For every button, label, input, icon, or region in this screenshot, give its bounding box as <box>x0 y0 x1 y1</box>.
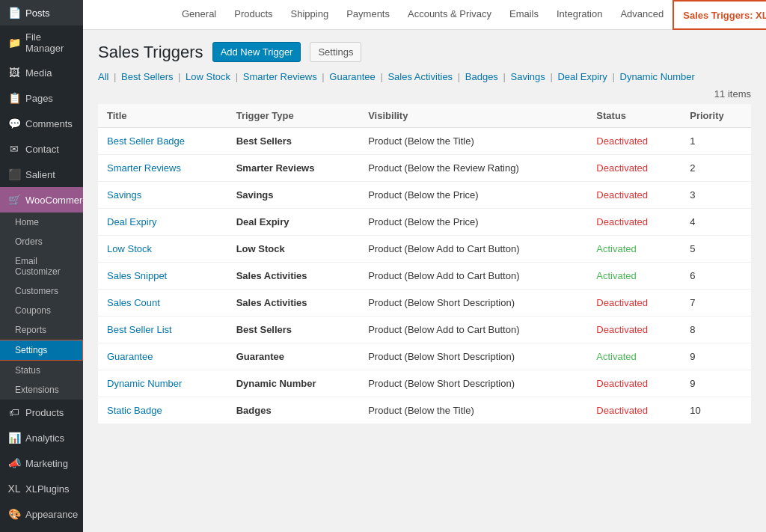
sidebar-item-contact[interactable]: ✉Contact <box>0 136 83 162</box>
trigger-title-link[interactable]: Best Seller List <box>107 324 172 335</box>
filter-badges[interactable]: Badges <box>465 71 498 82</box>
salient-icon: ⬛ <box>7 168 21 181</box>
filter-low-stock[interactable]: Low Stock <box>186 71 230 82</box>
sidebar-item-comments[interactable]: 💬Comments <box>0 111 83 136</box>
tab-emails[interactable]: Emails <box>500 0 548 29</box>
status-badge: Deactivated <box>596 189 648 201</box>
sidebar-item-products[interactable]: 🏷Products <box>0 400 83 425</box>
filter-best-sellers[interactable]: Best Sellers <box>121 71 173 82</box>
sidebar-item-label: Status <box>15 365 40 376</box>
trigger-title-link[interactable]: Low Stock <box>107 243 152 254</box>
sidebar-item-woo-status[interactable]: Status <box>0 361 83 380</box>
sidebar: 📄Posts📁File Manager🖼Media📋Pages💬Comments… <box>0 0 83 532</box>
status-cell: Deactivated <box>587 128 681 155</box>
sidebar-item-appearance[interactable]: 🎨Appearance <box>0 501 83 527</box>
sidebar-item-label: Orders <box>15 236 43 247</box>
tab-accounts-privacy[interactable]: Accounts & Privacy <box>399 0 500 29</box>
sidebar-item-analytics[interactable]: 📊Analytics <box>0 425 83 450</box>
visibility-cell: Product (Below the Review Rating) <box>359 155 587 182</box>
status-badge: Deactivated <box>596 216 648 227</box>
status-cell: Deactivated <box>587 182 681 209</box>
sidebar-item-salient[interactable]: ⬛Salient <box>0 162 83 187</box>
status-cell: Deactivated <box>587 317 681 343</box>
table-row: Best Seller BadgeBest SellersProduct (Be… <box>98 128 751 155</box>
tab-shipping[interactable]: Shipping <box>282 0 338 29</box>
tab-sales-triggers[interactable]: Sales Triggers: XLPlugins <box>672 0 766 30</box>
col-trigger-type: Trigger Type <box>227 104 360 128</box>
tab-integration[interactable]: Integration <box>548 0 611 29</box>
sidebar-item-xlplugins[interactable]: XLXLPlugins <box>0 476 83 501</box>
sidebar-item-woo-home[interactable]: Home <box>0 213 83 232</box>
sidebar-item-label: Home <box>15 217 39 227</box>
filter-savings[interactable]: Savings <box>511 71 545 82</box>
analytics-icon: 📊 <box>7 431 21 444</box>
status-badge: Deactivated <box>596 378 648 389</box>
table-row: Sales CountSales ActivitiesProduct (Belo… <box>98 290 751 317</box>
triggers-table: TitleTrigger TypeVisibilityStatusPriorit… <box>98 104 751 424</box>
filter-smarter-reviews[interactable]: Smarter Reviews <box>243 71 317 82</box>
sidebar-item-woo-orders[interactable]: Orders <box>0 232 83 251</box>
status-badge: Activated <box>596 351 636 362</box>
table-row: Best Seller ListBest SellersProduct (Bel… <box>98 317 751 343</box>
tab-advanced[interactable]: Advanced <box>611 0 672 29</box>
sidebar-item-woo-extensions[interactable]: Extensions <box>0 380 83 400</box>
priority-cell: 10 <box>681 397 751 424</box>
trigger-type-cell: Best Sellers <box>227 317 360 343</box>
sidebar-item-woo-email-customizer[interactable]: Email Customizer <box>0 251 83 281</box>
priority-cell: 6 <box>681 263 751 290</box>
visibility-cell: Product (Below Add to Cart Button) <box>359 236 587 263</box>
filter-guarantee[interactable]: Guarantee <box>329 71 375 82</box>
trigger-type-cell: Dynamic Number <box>227 370 360 397</box>
xlplugins-icon: XL <box>7 482 21 495</box>
sidebar-item-pages[interactable]: 📋Pages <box>0 85 83 111</box>
tab-general[interactable]: General <box>173 0 225 29</box>
sidebar-item-posts[interactable]: 📄Posts <box>0 0 83 25</box>
sidebar-item-label: Posts <box>25 7 50 19</box>
trigger-title-link[interactable]: Dynamic Number <box>107 378 182 389</box>
trigger-title-link[interactable]: Sales Snippet <box>107 270 167 281</box>
status-badge: Deactivated <box>596 162 648 174</box>
trigger-type-cell: Badges <box>227 397 360 424</box>
add-new-trigger-button[interactable]: Add New Trigger <box>212 42 301 62</box>
settings-button[interactable]: Settings <box>310 42 361 62</box>
tabs-bar: GeneralProductsShippingPaymentsAccounts … <box>83 0 766 30</box>
filter-sales-activities[interactable]: Sales Activities <box>387 71 453 82</box>
sidebar-item-woo-customers[interactable]: Customers <box>0 281 83 301</box>
page-header: Sales Triggers Add New Trigger Settings <box>98 42 751 62</box>
filter-deal-expiry[interactable]: Deal Expiry <box>557 71 607 82</box>
sidebar-item-woo-reports[interactable]: Reports <box>0 320 83 340</box>
status-cell: Deactivated <box>587 290 681 317</box>
trigger-type-cell: Deal Expiry <box>227 209 360 236</box>
filter-dynamic-number[interactable]: Dynamic Number <box>620 71 695 82</box>
trigger-title-link[interactable]: Static Badge <box>107 405 162 416</box>
sidebar-item-plugins[interactable]: 🔌Plugins <box>0 527 83 532</box>
content-area: Sales Triggers Add New Trigger Settings … <box>83 30 766 532</box>
visibility-cell: Product (Below Short Description) <box>359 290 587 317</box>
filter-all[interactable]: All <box>98 71 108 82</box>
trigger-title-link[interactable]: Sales Count <box>107 297 160 308</box>
sidebar-item-label: Media <box>25 67 52 79</box>
trigger-type-cell: Sales Activities <box>227 263 360 290</box>
tab-products[interactable]: Products <box>225 0 281 29</box>
filter-links: All | Best Sellers | Low Stock | Smarter… <box>98 71 751 82</box>
sidebar-item-woocommerce[interactable]: 🛒 WooCommerce <box>0 187 83 213</box>
table-row: Deal ExpiryDeal ExpiryProduct (Below the… <box>98 209 751 236</box>
trigger-title-link[interactable]: Best Seller Badge <box>107 135 185 147</box>
sidebar-item-woo-coupons[interactable]: Coupons <box>0 301 83 320</box>
trigger-title-link[interactable]: Deal Expiry <box>107 216 156 227</box>
trigger-title-link[interactable]: Guarantee <box>107 351 153 362</box>
sidebar-item-marketing[interactable]: 📣Marketing <box>0 450 83 476</box>
tab-payments[interactable]: Payments <box>337 0 399 29</box>
sidebar-item-label: Salient <box>25 169 55 180</box>
visibility-cell: Product (Below Add to Cart Button) <box>359 263 587 290</box>
sidebar-item-media[interactable]: 🖼Media <box>0 60 83 85</box>
trigger-title-link[interactable]: Smarter Reviews <box>107 162 181 174</box>
sidebar-item-label: Settings <box>15 345 47 355</box>
trigger-title-link[interactable]: Savings <box>107 189 141 201</box>
sidebar-item-file-manager[interactable]: 📁File Manager <box>0 25 83 60</box>
visibility-cell: Product (Below Short Description) <box>359 343 587 370</box>
file-manager-icon: 📁 <box>7 36 21 49</box>
sidebar-item-woo-settings[interactable]: Settings <box>0 340 83 361</box>
visibility-cell: Product (Below the Title) <box>359 128 587 155</box>
visibility-cell: Product (Below the Price) <box>359 209 587 236</box>
